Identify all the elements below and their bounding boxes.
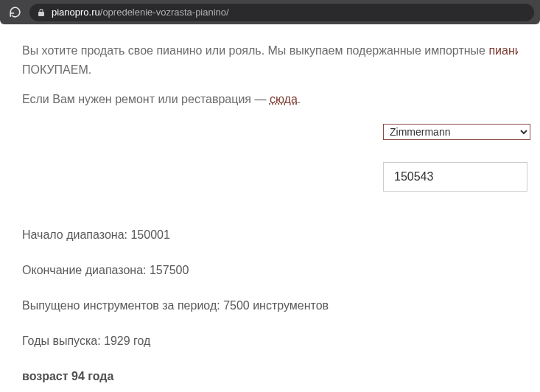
produced-label: Выпущено инструментов за период: [22, 299, 223, 312]
url-host: pianopro.ru [52, 7, 100, 18]
range-end-value: 157500 [150, 264, 189, 276]
results-block: Начало диапазона: 150001 Окончание диапа… [22, 228, 518, 383]
range-start-row: Начало диапазона: 150001 [22, 228, 518, 242]
intro-paragraph-3: Если Вам нужен ремонт или реставрация — … [22, 93, 518, 106]
years-value: 1929 год [104, 335, 150, 347]
browser-address-bar: pianopro.ru/opredelenie-vozrasta-pianino… [0, 0, 540, 24]
lock-icon [37, 8, 46, 17]
reload-icon [9, 6, 21, 18]
brand-select[interactable]: Zimmermann [383, 124, 530, 140]
produced-row: Выпущено инструментов за период: 7500 ин… [22, 299, 518, 312]
years-row: Годы выпуска: 1929 год [22, 335, 518, 348]
range-start-label: Начало диапазона: [22, 228, 130, 241]
intro-text-repair: Если Вам нужен ремонт или реставрация — [22, 93, 270, 105]
url-text: pianopro.ru/opredelenie-vozrasta-pianino… [52, 7, 229, 18]
years-label: Годы выпуска: [22, 335, 104, 347]
range-start-value: 150001 [130, 228, 169, 241]
url-path: /opredelenie-vozrasta-pianino/ [100, 7, 229, 18]
repair-link[interactable]: сюда [270, 93, 298, 105]
intro-text: Вы хотите продать свое пианино или рояль… [22, 44, 488, 57]
age-row: возраст 94 года [22, 370, 518, 383]
reload-button[interactable] [6, 4, 24, 21]
intro-paragraph-1: Вы хотите продать свое пианино или рояль… [22, 42, 518, 59]
produced-value: 7500 инструментов [223, 299, 329, 312]
intro-text-dot: . [298, 93, 301, 105]
range-end-label: Окончание диапазона: [22, 264, 150, 276]
serial-input[interactable] [383, 162, 527, 192]
page-content: Вы хотите продать свое пианино или рояль… [0, 24, 540, 383]
buy-piano-link[interactable]: пианино [488, 44, 518, 57]
address-field[interactable]: pianopro.ru/opredelenie-vozrasta-pianino… [29, 4, 534, 21]
lookup-form: Zimmermann [383, 124, 518, 192]
intro-paragraph-2: ПОКУПАЕМ. [22, 63, 518, 77]
range-end-row: Окончание диапазона: 157500 [22, 264, 518, 277]
